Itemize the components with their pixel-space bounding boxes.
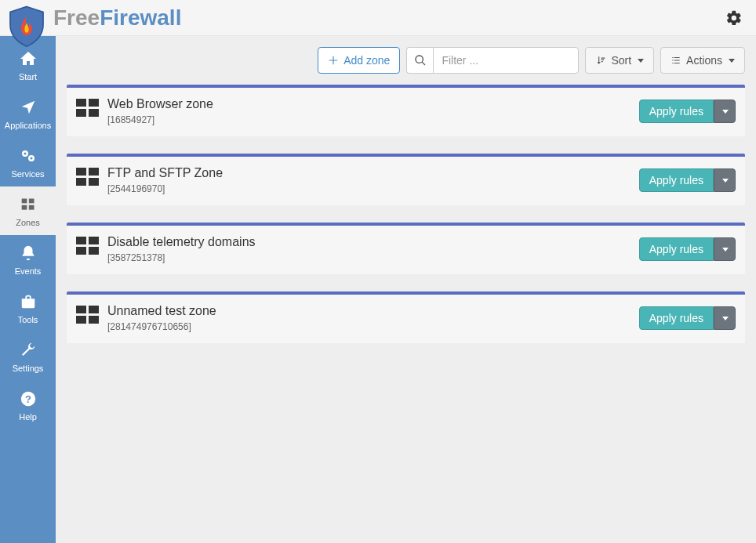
apply-rules-button[interactable]: Apply rules [639,100,714,123]
apply-rules-dropdown[interactable] [714,237,736,261]
sidebar-item-applications[interactable]: Applications [0,89,56,138]
sidebar-item-label: Help [19,412,37,422]
apply-rules-split-button: Apply rules [639,100,736,123]
chevron-down-icon [729,59,735,63]
zone-card: Unnamed test zone [281474976710656] Appl… [67,291,745,343]
apply-rules-dropdown[interactable] [714,100,736,123]
grid-icon [76,99,100,118]
svg-rect-12 [76,109,86,117]
grid-icon [76,168,100,186]
svg-rect-21 [89,247,99,255]
list-icon [671,55,681,66]
shield-flame-icon [5,4,49,48]
sidebar-item-label: Services [11,169,44,179]
svg-rect-23 [89,306,99,313]
main-content: Add zone Sort Actions [56,36,756,543]
help-icon: ? [18,389,38,409]
sidebar-item-label: Zones [16,218,40,227]
svg-text:?: ? [25,393,31,405]
chevron-down-icon [722,179,729,183]
actions-label: Actions [686,52,722,68]
grid-icon [76,306,100,324]
filter-search [406,47,579,74]
svg-rect-16 [76,178,86,186]
svg-rect-14 [76,168,86,176]
zone-title: Disable telemetry domains [107,235,256,249]
zone-card: Disable telemetry domains [3587251378] A… [67,223,745,274]
svg-rect-7 [28,205,34,210]
svg-rect-25 [89,316,99,324]
svg-point-3 [30,157,32,160]
sidebar-item-help[interactable]: ? Help [0,381,56,429]
settings-gear-button[interactable] [723,7,745,29]
apply-rules-button[interactable]: Apply rules [639,237,714,261]
sidebar-item-start[interactable]: Start [0,41,56,89]
filter-input[interactable] [433,47,579,74]
sidebar-item-label: Applications [5,121,51,130]
chevron-down-icon [722,248,729,252]
zone-card: FTP and SFTP Zone [2544196970] Apply rul… [67,154,745,205]
bell-icon [18,243,38,263]
sidebar-item-events[interactable]: Events [0,235,56,284]
svg-rect-6 [21,205,27,210]
apply-rules-button[interactable]: Apply rules [639,168,714,192]
app-header: FreeFirewall [0,0,756,36]
svg-rect-5 [28,199,34,204]
brand-logo: FreeFirewall [5,0,181,40]
sidebar-item-tools[interactable]: Tools [0,284,56,332]
zone-id: [3587251378] [107,252,256,263]
zone-id: [281474976710656] [107,321,216,332]
brand-part2: Firewall [100,5,181,30]
zone-title: Web Browser zone [107,97,213,111]
apply-rules-dropdown[interactable] [714,168,736,192]
sidebar-item-label: Events [15,266,42,276]
apply-rules-split-button: Apply rules [639,168,736,192]
sidebar-item-settings[interactable]: Settings [0,332,56,381]
zone-id: [2544196970] [107,183,223,194]
sort-icon [595,55,606,66]
brand-part1: Free [53,5,100,30]
sidebar-item-services[interactable]: Services [0,138,56,186]
sidebar-item-label: Settings [13,364,44,373]
svg-rect-24 [76,316,86,324]
apply-rules-dropdown[interactable] [714,306,736,330]
apply-rules-split-button: Apply rules [639,237,736,261]
grid-icon [18,194,38,215]
cursor-icon [18,97,38,118]
search-icon-box[interactable] [406,47,433,74]
svg-rect-22 [76,306,86,313]
toolbar: Add zone Sort Actions [67,36,745,85]
svg-rect-4 [21,199,27,204]
svg-rect-17 [89,178,99,186]
sidebar-item-zones[interactable]: Zones [0,186,56,235]
svg-rect-10 [76,99,86,107]
add-zone-label: Add zone [343,52,390,68]
chevron-down-icon [722,317,729,320]
svg-rect-19 [89,237,99,244]
svg-rect-11 [89,99,99,107]
gears-icon [18,146,38,166]
apply-rules-split-button: Apply rules [639,306,736,330]
wrench-icon [18,340,38,360]
zone-card: Web Browser zone [16854927] Apply rules [67,85,745,136]
actions-button[interactable]: Actions [660,47,745,74]
home-icon [18,49,38,69]
brand-title: FreeFirewall [53,7,181,29]
sidebar-item-label: Tools [18,315,38,324]
sort-button[interactable]: Sort [585,47,654,74]
sort-label: Sort [611,52,631,68]
toolbox-icon [18,291,38,312]
grid-icon [76,237,100,255]
svg-point-2 [24,153,26,155]
zone-title: FTP and SFTP Zone [107,166,223,180]
chevron-down-icon [638,59,644,63]
apply-rules-button[interactable]: Apply rules [639,306,714,330]
zone-list: Web Browser zone [16854927] Apply rules [67,85,745,343]
zone-title: Unnamed test zone [107,304,216,318]
gear-icon [725,9,743,27]
sidebar: Start Applications Services Zones [0,36,56,543]
svg-rect-15 [89,168,99,176]
svg-rect-20 [76,247,86,255]
add-zone-button[interactable]: Add zone [318,47,400,74]
search-icon [414,54,427,67]
